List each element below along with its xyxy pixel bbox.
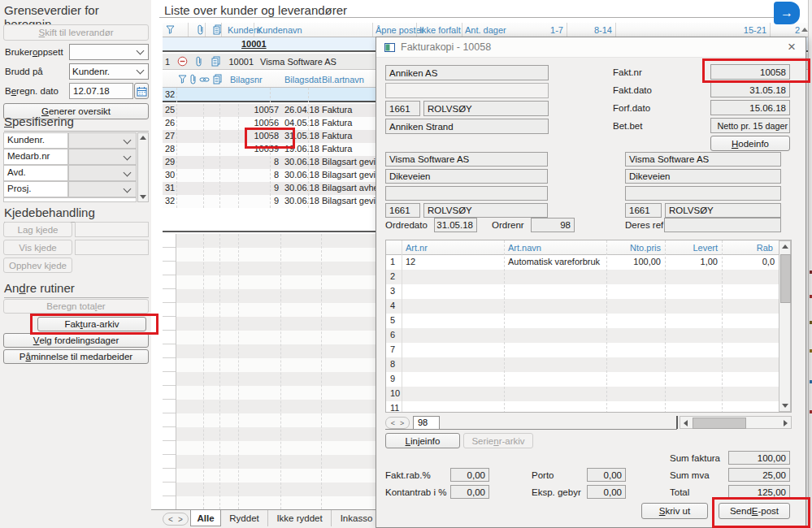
delivery-poststed-field[interactable]: ROLVSØY <box>665 203 781 218</box>
scroll-left-icon[interactable] <box>684 420 688 426</box>
spec-value-select[interactable] <box>68 165 137 181</box>
hodeinfo-button[interactable]: Hodeinfo <box>710 136 790 151</box>
tab-scroll-right-icon[interactable]: > <box>178 515 183 524</box>
seller-name-field[interactable]: Visma Software AS <box>385 152 548 167</box>
delivery-name-field[interactable]: Visma Software AS <box>625 152 781 167</box>
delivery-street-field[interactable]: Dikeveien <box>625 169 781 184</box>
delivery-line3-field[interactable] <box>625 186 781 201</box>
col-kundenavn[interactable]: Kundenavn <box>257 25 302 35</box>
customer-contact-field[interactable]: Anniken Strand <box>385 119 549 134</box>
serienr-arkiv-button[interactable]: Serienr-arkiv <box>463 433 533 448</box>
group-value-link[interactable]: 10001 <box>241 39 267 49</box>
kontantrab-field[interactable]: 0,00 <box>450 485 489 499</box>
beregn-dato-input[interactable]: 12.07.18 <box>69 83 133 99</box>
col-15-21[interactable]: 15-21 <box>736 25 766 35</box>
ordrenr-field[interactable]: 98 <box>531 218 575 232</box>
spec-value-select[interactable] <box>68 149 137 165</box>
scroll-up-icon[interactable] <box>140 136 146 140</box>
eksp-gebyr-field[interactable]: 0,00 <box>587 485 626 499</box>
forf-dato-field[interactable]: 15.06.18 <box>710 100 790 115</box>
brudd-pa-select[interactable]: Kundenr. <box>69 63 149 80</box>
scroll-down-icon[interactable] <box>782 404 788 408</box>
scroll-thumb[interactable] <box>693 418 746 429</box>
tab-alle[interactable]: Alle <box>190 510 221 526</box>
porto-field[interactable]: 0,00 <box>587 468 626 482</box>
bet-bet-field[interactable]: Netto pr. 15 dager <box>710 118 790 133</box>
col-ikke-forfalt[interactable]: Ikke forfalt <box>419 25 461 35</box>
opphev-kjede-button[interactable]: Opphev kjede <box>3 258 72 273</box>
link-icon[interactable] <box>199 76 210 84</box>
spec-row-prosj[interactable]: Prosj. <box>3 181 137 197</box>
spec-value-select[interactable] <box>68 181 137 197</box>
skift-til-leverandor-button[interactable]: Skift til leverandør <box>3 24 149 41</box>
item-row[interactable]: 7 <box>386 343 779 357</box>
tab-inkasso[interactable]: Inkasso <box>332 510 382 526</box>
grid-scroll-up-icon[interactable] <box>801 28 808 32</box>
customer-name-field[interactable]: Anniken AS <box>385 65 549 80</box>
splitter-handle[interactable] <box>676 416 678 429</box>
sheet-prev-icon[interactable]: < <box>391 419 395 427</box>
scroll-thumb[interactable] <box>780 254 791 303</box>
col-22-clipped[interactable]: 2 <box>795 25 800 35</box>
col-ntopris[interactable]: Nto.pris <box>612 243 661 253</box>
filter-icon[interactable] <box>178 75 187 84</box>
spec-row-avd[interactable]: Avd. <box>3 165 137 181</box>
seller-street-field[interactable]: Dikeveien <box>385 169 548 184</box>
col-artnavn[interactable]: Art.navn <box>508 243 541 253</box>
customer-postnr-field[interactable]: 1661 <box>385 101 420 116</box>
col-8-14[interactable]: 8-14 <box>581 25 612 35</box>
col-ant-dager[interactable]: Ant. dager <box>465 25 506 35</box>
item-row[interactable]: 10 <box>386 387 779 401</box>
spec-value-select[interactable] <box>68 132 137 149</box>
item-row[interactable]: 5 <box>386 314 779 328</box>
sheet-next-icon[interactable]: > <box>400 419 404 427</box>
seller-poststed-field[interactable]: ROLVSØY <box>423 203 548 218</box>
item-row[interactable]: 9 <box>386 372 779 387</box>
item-row[interactable]: 11 <box>386 401 779 413</box>
lag-kjede-button[interactable]: Lag kjede <box>3 222 72 237</box>
document-icon[interactable] <box>213 74 222 84</box>
scroll-down-icon[interactable] <box>140 195 146 199</box>
skriv-ut-button[interactable]: Skriv ut <box>641 503 708 519</box>
delivery-postnr-field[interactable]: 1661 <box>625 203 662 218</box>
scroll-up-icon[interactable] <box>782 245 788 249</box>
lag-kjede-field[interactable] <box>75 222 149 237</box>
linjeinfo-button[interactable]: Linjeinfo <box>385 433 460 448</box>
vis-kjede-field[interactable] <box>75 240 149 255</box>
col-bilartnavn[interactable]: Bil.artnavn <box>322 75 364 84</box>
items-hscrollbar[interactable] <box>680 416 792 429</box>
col-levert[interactable]: Levert <box>669 243 718 253</box>
beregn-totaler-button[interactable]: Beregn totaler <box>3 299 149 314</box>
paperclip-icon[interactable] <box>197 24 204 35</box>
sheet-tab-98[interactable]: 98 <box>413 416 440 429</box>
col-1-7[interactable]: 1-7 <box>532 25 563 35</box>
velg-fordelingsdager-button[interactable]: Velg fordelingsdager <box>3 333 149 348</box>
fakt-dato-field[interactable]: 31.05.18 <box>710 82 790 97</box>
customer-poststed-field[interactable]: ROLVSØY <box>423 101 549 116</box>
spec-row-medarbnr[interactable]: Medarb.nr <box>3 149 137 165</box>
forward-arrow-button[interactable]: → <box>774 2 800 24</box>
scroll-right-icon[interactable] <box>784 420 788 426</box>
item-row[interactable]: 3 <box>386 284 779 299</box>
paminnelse-button[interactable]: Påminnelse til medarbeider <box>3 349 149 364</box>
dialog-title-bar[interactable]: Fakturakopi - 10058 × <box>376 37 805 58</box>
filter-icon[interactable] <box>166 25 175 34</box>
fakt-rab-field[interactable]: 0,00 <box>450 468 489 482</box>
col-bilagsnr[interactable]: Bilagsnr <box>230 75 263 84</box>
document-icon[interactable] <box>211 56 220 67</box>
customer-line2-field[interactable] <box>385 83 549 98</box>
tab-scroll-left-icon[interactable]: < <box>168 515 173 524</box>
seller-postnr-field[interactable]: 1661 <box>385 203 420 218</box>
seller-line3-field[interactable] <box>385 186 548 201</box>
spec-scrollbar[interactable] <box>137 132 149 202</box>
col-bilagsdat[interactable]: Bilagsdat <box>284 75 321 84</box>
close-icon[interactable]: × <box>788 39 796 55</box>
col-rab[interactable]: Rab <box>726 243 773 253</box>
deres-ref-field[interactable] <box>664 218 781 232</box>
item-row[interactable]: 6 <box>386 328 779 343</box>
item-row[interactable]: 2 <box>386 270 779 284</box>
item-row[interactable]: 4 <box>386 299 779 314</box>
calendar-button[interactable] <box>134 83 149 99</box>
col-artnr[interactable]: Art.nr <box>406 243 428 253</box>
tab-scroll-nav[interactable]: < > <box>163 513 189 526</box>
